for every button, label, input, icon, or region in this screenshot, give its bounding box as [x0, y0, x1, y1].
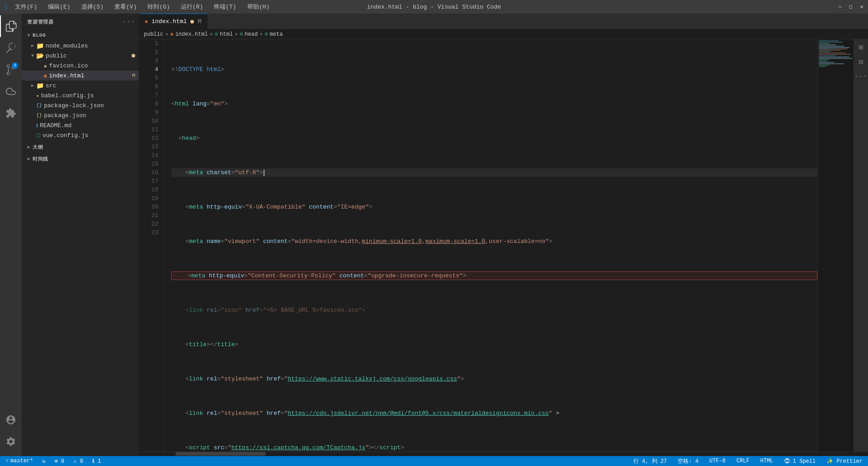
l11-v1: "stylesheet" — [221, 409, 263, 418]
line-ending[interactable]: CRLF — [735, 458, 751, 464]
breadcrumb-html[interactable]: html — [220, 31, 233, 38]
mm-9 — [819, 51, 830, 52]
sidebar-actions: ··· — [124, 17, 133, 26]
breadcrumb-head[interactable]: head — [245, 31, 258, 38]
node-modules-label: node_modules — [46, 43, 88, 49]
activity-debug[interactable] — [0, 81, 22, 102]
scrollbar-thumb[interactable] — [175, 452, 266, 456]
info-status[interactable]: ℹ 1 — [90, 458, 103, 465]
l6-attr1: name — [203, 237, 221, 246]
language-mode[interactable]: HTML — [759, 458, 775, 464]
mm-2 — [819, 42, 843, 43]
line-num-3: 3 — [150, 57, 158, 65]
git-icon: ⑂ — [5, 458, 9, 464]
activity-settings[interactable] — [0, 431, 22, 452]
spell-check[interactable]: ⓵ 1 Spell — [783, 458, 818, 465]
line-num-9: 9 — [150, 108, 158, 117]
menu-select[interactable]: 选择(S) — [80, 2, 105, 12]
panel-layout-icon[interactable]: ⊞ — [854, 41, 867, 54]
encoding[interactable]: UTF-8 — [708, 458, 727, 464]
breadcrumb: public › ◈ index.html › ⊙ html › ⊙ head … — [139, 29, 868, 39]
cursor-position[interactable]: 行 4, 列 27 — [632, 457, 669, 465]
l5-v1: "X-UA-Compatible" — [245, 203, 306, 211]
activity-account[interactable] — [0, 409, 22, 431]
menu-file[interactable]: 文件(F) — [13, 2, 39, 12]
menu-edit[interactable]: 编辑(E) — [46, 2, 72, 12]
warning-status[interactable]: ⚠ 0 — [71, 458, 85, 465]
l1-punct2: > — [221, 65, 224, 74]
l5-i — [171, 203, 185, 211]
mm-20 — [819, 66, 826, 67]
tree-node-modules[interactable]: ▶ 📁 node_modules — [22, 41, 139, 51]
line-num-17: 17 — [150, 177, 158, 185]
l12-p4: > — [401, 443, 404, 452]
code-line-2: <html lang="en"> — [171, 100, 817, 108]
tree-readme[interactable]: ▶ ℹ README.md — [22, 120, 139, 130]
title-bar:  文件(F) 编辑(E) 选择(S) 查看(V) 转到(G) 运行(R) 终端… — [0, 0, 868, 14]
tree-src[interactable]: ▶ 📁 src — [22, 81, 139, 90]
activity-search[interactable] — [0, 37, 22, 59]
tree-package-json[interactable]: ▶ {} package.json — [22, 110, 139, 120]
babel-icon: ✦ — [36, 93, 39, 99]
git-branch-status[interactable]: ⑂ master* — [4, 458, 35, 464]
activity-files[interactable] — [0, 15, 22, 37]
code-content[interactable]: <!DOCTYPE html> <html lang="en"> <head> … — [164, 39, 817, 452]
title-bar-left:  文件(F) 编辑(E) 选择(S) 查看(V) 转到(G) 运行(R) 终端… — [5, 2, 271, 12]
activity-source-control[interactable]: 3 — [0, 59, 22, 81]
breadcrumb-public[interactable]: public — [144, 31, 163, 38]
sidebar-more-actions[interactable]: ··· — [124, 17, 133, 26]
tree-package-lock[interactable]: ▶ {} package-lock.json — [22, 100, 139, 110]
blog-label: BLOG — [33, 33, 46, 38]
line-num-19: 19 — [150, 194, 158, 203]
l4-p3: > — [259, 168, 263, 177]
tab-close-button[interactable]: M — [198, 18, 201, 25]
favicon-label: favicon.ico — [49, 62, 88, 69]
menu-goto[interactable]: 转到(G) — [146, 2, 171, 12]
l6-v1: "viewport" — [224, 237, 259, 246]
mm-4 — [819, 44, 836, 45]
menu-help[interactable]: 帮助(H) — [245, 2, 271, 12]
tree-vue-config[interactable]: ▶ ⬡ vue.config.js — [22, 130, 139, 140]
l9-p2: ></ — [207, 340, 217, 349]
tree-favicon[interactable]: ▶ ★ favicon.ico — [22, 61, 139, 71]
error-text: ⊗ 0 — [55, 458, 65, 465]
indentation[interactable]: 空格: 4 — [676, 457, 700, 465]
error-status[interactable]: ⊗ 0 — [53, 458, 66, 465]
l6-p4: > — [549, 237, 552, 246]
tree-public[interactable]: ▼ 📂 public — [22, 51, 139, 61]
public-label: public — [46, 52, 67, 59]
tree-babel[interactable]: ▶ ✦ babel.config.js — [22, 90, 139, 100]
outline-section[interactable]: ▶ 大纲 — [22, 142, 139, 152]
mm-13 — [819, 57, 849, 57]
menu-terminal[interactable]: 终端(T) — [212, 2, 238, 12]
l12-v1: "https://ssl.captcha.qq.com/TCaptcha.js" — [228, 443, 369, 452]
menu-view[interactable]: 查看(V) — [113, 2, 138, 12]
l7-p2: = — [244, 271, 248, 280]
minimize-button[interactable]: ─ — [839, 4, 842, 10]
timeline-section[interactable]: ▶ 时间线 — [22, 154, 139, 164]
close-button[interactable]: ✕ — [860, 3, 863, 10]
code-line-12: <script src="https://ssl.captcha.qq.com/… — [171, 443, 817, 452]
breadcrumb-index-html[interactable]: index.html — [175, 31, 208, 38]
status-bar-left: ⑂ master* ↻ ⊗ 0 ⚠ 0 ℹ 1 — [4, 458, 103, 465]
spell-text: ⓵ 1 Spell — [784, 458, 816, 465]
tree-index-html[interactable]: ▶ ◈ index.html M — [22, 71, 139, 81]
activity-extensions[interactable] — [0, 102, 22, 124]
sync-status[interactable]: ↻ — [40, 458, 47, 465]
favicon-icon: ★ — [43, 62, 47, 70]
line-num-23: 23 — [150, 228, 158, 237]
breadcrumb-icon-meta: ⊙ — [264, 31, 268, 38]
breadcrumb-icon-html: ◈ — [170, 31, 173, 38]
horizontal-scrollbar[interactable] — [139, 452, 868, 456]
tab-index-html[interactable]: ◈ index.html M — [139, 14, 208, 29]
breadcrumb-icon-html2: ⊙ — [215, 31, 218, 38]
file-tree: ▼ BLOG ▶ 📁 node_modules ▼ 📂 public ▶ ★ f… — [22, 30, 139, 456]
prettier[interactable]: ✨ Prettier — [825, 458, 864, 465]
breadcrumb-meta[interactable]: meta — [270, 31, 283, 38]
tree-blog-root[interactable]: ▼ BLOG — [22, 30, 139, 41]
line-num-22: 22 — [150, 220, 158, 228]
panel-more-icon[interactable]: ··· — [854, 70, 867, 83]
maximize-button[interactable]: ◻ — [849, 3, 853, 10]
menu-run[interactable]: 运行(R) — [179, 2, 205, 12]
panel-split-icon[interactable]: ⊟ — [854, 56, 867, 68]
